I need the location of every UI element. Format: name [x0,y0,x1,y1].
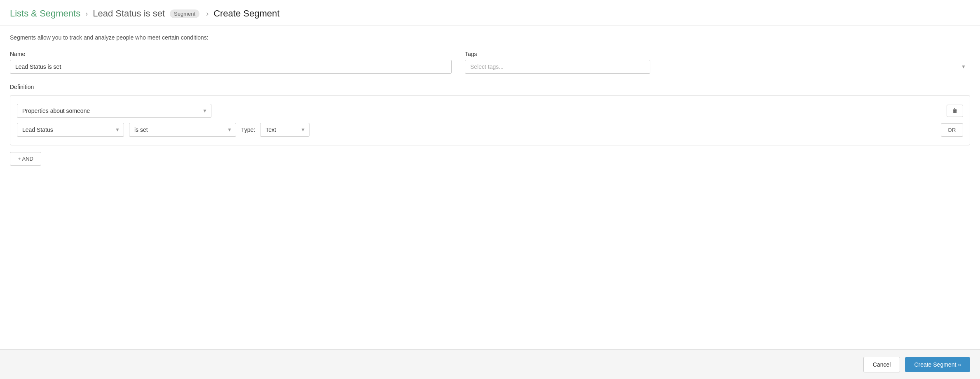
type-label: Type: [241,126,255,133]
definition-box: Properties about someone ▼ 🗑 Lead Status… [10,95,970,145]
and-button[interactable]: + AND [10,152,41,166]
cancel-button[interactable]: Cancel [863,357,900,372]
breadcrumb-lists-segments[interactable]: Lists & Segments [10,8,80,19]
condition-operator-wrapper: is set ▼ [129,123,236,137]
trash-icon: 🗑 [952,108,958,114]
condition-field-select[interactable]: Lead Status [17,123,124,137]
page-description: Segments allow you to track and analyze … [10,34,970,41]
or-button[interactable]: OR [941,123,964,137]
condition-type-value-wrapper: Text ▼ [260,123,309,137]
segment-badge: Segment [170,9,199,18]
create-segment-button[interactable]: Create Segment » [905,357,970,372]
condition-type-value-select[interactable]: Text [260,123,309,137]
name-input[interactable] [10,60,452,74]
tags-label: Tags [465,51,970,57]
condition-row-bottom: Lead Status ▼ is set ▼ Type: Text ▼ [17,123,963,137]
page-title: Create Segment [213,8,279,19]
right-actions: 🗑 [947,105,963,117]
breadcrumb-separator-1: › [85,9,88,18]
tags-field-group: Tags Select tags... ▼ [465,51,970,74]
condition-field-wrapper: Lead Status ▼ [17,123,124,137]
tags-select-wrapper: Select tags... ▼ [465,60,970,74]
definition-section: Definition Properties about someone ▼ 🗑 [10,84,970,166]
main-content: Segments allow you to track and analyze … [0,26,980,174]
condition-type-select[interactable]: Properties about someone [17,104,211,118]
condition-type-wrapper: Properties about someone ▼ [17,104,211,118]
definition-label: Definition [10,84,970,90]
tags-chevron-icon: ▼ [961,64,966,70]
condition-row-top: Properties about someone ▼ 🗑 [17,104,963,118]
name-field-group: Name [10,51,452,74]
name-label: Name [10,51,452,57]
condition-operator-select[interactable]: is set [129,123,236,137]
tags-select[interactable]: Select tags... [465,60,650,74]
footer-bar: Cancel Create Segment » [0,349,980,379]
delete-condition-button[interactable]: 🗑 [947,105,963,117]
or-button-wrapper: OR [941,123,964,137]
breadcrumb-lead-status: Lead Status is set [93,8,165,19]
form-row-name-tags: Name Tags Select tags... ▼ [10,51,970,74]
breadcrumb-header: Lists & Segments › Lead Status is set Se… [0,0,980,26]
breadcrumb-separator-2: › [206,9,209,18]
